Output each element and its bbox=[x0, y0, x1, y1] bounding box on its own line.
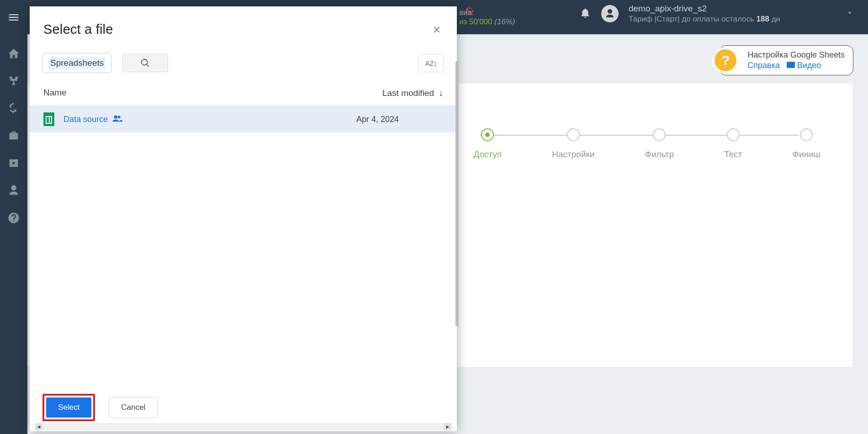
help-ref-link[interactable]: Справка bbox=[747, 61, 780, 70]
dollar-icon[interactable] bbox=[7, 102, 20, 115]
step-label: Настройки bbox=[552, 149, 594, 159]
file-row[interactable]: Data sourceApr 4, 2024 bbox=[30, 106, 457, 132]
svg-point-2 bbox=[118, 116, 121, 118]
chevron-down-icon[interactable] bbox=[845, 8, 854, 19]
scroll-left-arrow[interactable]: ◄ bbox=[35, 423, 42, 430]
sheets-icon bbox=[43, 112, 54, 126]
modal-header: Select a file ✕ bbox=[30, 6, 457, 42]
home-icon[interactable] bbox=[7, 47, 20, 60]
picker-tools: Spreadsheets AZ↕ bbox=[30, 42, 457, 79]
step-circle bbox=[653, 128, 666, 141]
avatar[interactable] bbox=[601, 5, 619, 22]
step-label: Доступ bbox=[473, 149, 502, 159]
scroll-right-arrow[interactable]: ► bbox=[444, 423, 451, 430]
close-icon[interactable]: ✕ bbox=[430, 22, 443, 38]
select-button[interactable]: Select bbox=[46, 397, 91, 418]
account-info[interactable]: demo_apix-drive_s2 Тариф |Старт| до опла… bbox=[629, 4, 780, 24]
type-filter-chip[interactable]: Spreadsheets bbox=[42, 53, 111, 73]
person-icon bbox=[604, 8, 615, 19]
usage-stats: вия: из 50'000 (16%) bbox=[459, 8, 515, 26]
file-date: Apr 4, 2024 bbox=[356, 115, 443, 124]
select-highlight: Select bbox=[42, 394, 95, 421]
username: demo_apix-drive_s2 bbox=[629, 4, 780, 14]
tariff-line: Тариф |Старт| до оплаты осталось 188 дн bbox=[629, 15, 780, 24]
hamburger-icon bbox=[7, 11, 20, 24]
video-icon[interactable] bbox=[7, 157, 20, 169]
hamburger-menu[interactable] bbox=[0, 0, 27, 34]
step-circle bbox=[481, 128, 494, 141]
column-name[interactable]: Name bbox=[43, 88, 382, 98]
search-icon bbox=[140, 58, 150, 68]
picker-header-row: Name Last modified ↓ bbox=[30, 79, 457, 106]
step-доступ[interactable]: Доступ bbox=[473, 128, 502, 159]
file-list: Data sourceApr 4, 2024 bbox=[30, 106, 457, 384]
step-настройки[interactable]: Настройки bbox=[552, 128, 594, 159]
step-фильтр[interactable]: Фильтр bbox=[645, 128, 674, 159]
sidebar bbox=[0, 34, 27, 434]
flow-icon[interactable] bbox=[7, 74, 20, 87]
help-chip: ? Настройка Google Sheets Справка Видео bbox=[720, 45, 853, 75]
sort-az-button[interactable]: AZ↕ bbox=[418, 54, 444, 72]
step-circle bbox=[727, 128, 740, 141]
file-name: Data source bbox=[64, 115, 356, 124]
modal-title: Select a file bbox=[43, 22, 113, 37]
step-label: Финиш bbox=[793, 149, 820, 159]
header-right: demo_apix-drive_s2 Тариф |Старт| до опла… bbox=[579, 4, 854, 24]
sort-az-icon: AZ↕ bbox=[425, 59, 438, 67]
file-picker-modal: Select a file ✕ Spreadsheets AZ↕ Name La… bbox=[30, 6, 457, 431]
question-icon[interactable]: ? bbox=[715, 49, 736, 71]
step-label: Тест bbox=[724, 149, 742, 159]
user-icon[interactable] bbox=[7, 184, 20, 197]
help-video-link[interactable]: Видео bbox=[797, 61, 821, 70]
video-mini-icon bbox=[787, 61, 797, 70]
arrow-down-icon: ↓ bbox=[439, 88, 443, 98]
column-date[interactable]: Last modified ↓ bbox=[382, 88, 443, 98]
step-тест[interactable]: Тест bbox=[724, 128, 742, 159]
scroll-track[interactable] bbox=[42, 423, 444, 430]
cancel-button[interactable]: Cancel bbox=[109, 397, 158, 418]
horizontal-scrollbar[interactable]: ◄ ► bbox=[35, 423, 451, 430]
bell-icon[interactable] bbox=[579, 7, 591, 21]
svg-rect-0 bbox=[787, 62, 795, 68]
step-circle bbox=[567, 128, 580, 141]
search-button[interactable] bbox=[122, 54, 168, 72]
scrollbar[interactable] bbox=[455, 61, 459, 326]
help-icon[interactable] bbox=[7, 212, 20, 224]
shared-icon bbox=[112, 115, 122, 124]
step-label: Фильтр bbox=[645, 149, 674, 159]
step-circle bbox=[800, 128, 813, 141]
svg-point-1 bbox=[114, 115, 117, 118]
help-title: Настройка Google Sheets bbox=[747, 50, 845, 60]
briefcase-icon[interactable] bbox=[7, 129, 20, 142]
step-финиш[interactable]: Финиш bbox=[793, 128, 820, 159]
